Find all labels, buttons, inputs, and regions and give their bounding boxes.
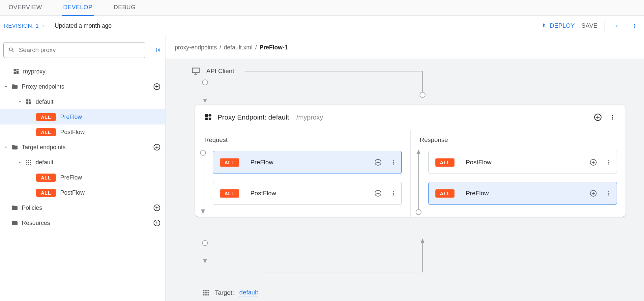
section-label: Policies bbox=[22, 205, 153, 211]
endpoint-path: /myproxy bbox=[296, 114, 323, 121]
request-preflow-box[interactable]: ALL PreFlow bbox=[213, 151, 402, 174]
revision-dropdown[interactable]: REVISION: 1 bbox=[4, 23, 45, 29]
target-link[interactable]: default bbox=[239, 289, 258, 296]
flow-more-button[interactable] bbox=[605, 190, 612, 197]
request-heading: Request bbox=[204, 136, 402, 144]
tree-section-resources[interactable]: Resources bbox=[0, 215, 165, 231]
tree-proxy-endpoint-default[interactable]: default bbox=[0, 94, 165, 109]
flow-name: PostFlow bbox=[466, 159, 491, 166]
tree-section-policies[interactable]: Policies bbox=[0, 200, 165, 215]
svg-rect-32 bbox=[208, 292, 209, 293]
svg-rect-33 bbox=[203, 294, 205, 295]
tab-overview[interactable]: OVERVIEW bbox=[8, 4, 43, 15]
response-pane: Response ALL PostFlow bbox=[410, 130, 626, 217]
endpoint-more-button[interactable] bbox=[609, 114, 616, 121]
expand-toggle[interactable] bbox=[1, 145, 11, 150]
flow-name: PreFlow bbox=[250, 159, 274, 166]
save-dropdown-button[interactable] bbox=[611, 20, 622, 32]
tree-section-proxy-endpoints[interactable]: Proxy endpoints bbox=[0, 79, 165, 94]
response-heading: Response bbox=[420, 136, 617, 144]
deploy-button[interactable]: DEPLOY bbox=[541, 22, 575, 29]
add-proxy-endpoint-button[interactable] bbox=[153, 83, 161, 90]
flow-label: PostFlow bbox=[60, 189, 162, 196]
badge-all: ALL bbox=[435, 189, 455, 198]
search-input[interactable] bbox=[18, 46, 140, 54]
expand-toggle[interactable] bbox=[15, 160, 24, 165]
sidebar: myproxy Proxy endpoints bbox=[0, 36, 165, 301]
more-vert-icon bbox=[609, 114, 616, 121]
tab-debug[interactable]: DEBUG bbox=[113, 4, 136, 15]
tree-flow-postflow-target[interactable]: ALL PostFlow bbox=[0, 185, 165, 200]
response-arrow bbox=[415, 150, 422, 215]
svg-rect-30 bbox=[203, 292, 205, 293]
breadcrumb-part[interactable]: proxy-endpoints bbox=[175, 44, 217, 51]
flow-label: PostFlow bbox=[60, 129, 162, 136]
flow-more-button[interactable] bbox=[390, 159, 397, 166]
add-step-button[interactable] bbox=[590, 190, 597, 197]
search-icon bbox=[8, 46, 15, 54]
dashboard-icon bbox=[12, 68, 20, 75]
svg-point-2 bbox=[30, 160, 31, 161]
svg-rect-35 bbox=[208, 294, 209, 295]
more-vert-icon bbox=[605, 190, 612, 197]
folder-icon bbox=[11, 220, 19, 226]
tree-section-target-endpoints[interactable]: Target endpoints bbox=[0, 140, 165, 155]
more-vert-icon bbox=[390, 159, 397, 166]
more-menu-button[interactable] bbox=[629, 20, 640, 32]
apps-icon bbox=[202, 289, 210, 296]
svg-rect-27 bbox=[203, 290, 205, 291]
expand-toggle[interactable] bbox=[1, 84, 11, 89]
endpoint-default-label: default bbox=[36, 159, 162, 166]
flow-more-button[interactable] bbox=[605, 159, 612, 166]
svg-rect-31 bbox=[205, 292, 207, 293]
add-step-button[interactable] bbox=[374, 159, 382, 166]
section-label: Proxy endpoints bbox=[22, 83, 153, 90]
search-input-wrapper[interactable] bbox=[3, 42, 145, 58]
tab-develop[interactable]: DEVELOP bbox=[63, 4, 93, 15]
tree-target-endpoint-default[interactable]: default bbox=[0, 155, 165, 170]
expand-toggle[interactable] bbox=[15, 99, 24, 104]
plus-circle-icon bbox=[590, 159, 597, 166]
breadcrumb-current: PreFlow-1 bbox=[259, 44, 288, 51]
flow-more-button[interactable] bbox=[390, 190, 397, 197]
tree-flow-postflow-proxy[interactable]: ALL PostFlow bbox=[0, 124, 165, 140]
plus-circle-icon bbox=[374, 190, 382, 197]
add-step-button[interactable] bbox=[590, 159, 597, 166]
svg-point-12 bbox=[420, 92, 425, 97]
svg-point-7 bbox=[28, 164, 29, 165]
svg-point-4 bbox=[28, 162, 29, 163]
endpoint-title: Proxy Endpoint: default bbox=[218, 113, 289, 121]
flow-name: PreFlow bbox=[466, 190, 489, 197]
add-step-button[interactable] bbox=[374, 190, 382, 197]
save-button[interactable]: SAVE bbox=[581, 22, 598, 29]
svg-point-0 bbox=[26, 160, 27, 161]
folder-icon bbox=[11, 83, 19, 90]
apps-icon bbox=[24, 159, 33, 166]
add-flow-button[interactable] bbox=[594, 113, 602, 121]
add-resource-button[interactable] bbox=[153, 219, 161, 227]
chevron-down-icon bbox=[614, 23, 619, 29]
svg-point-9 bbox=[202, 80, 208, 85]
plus-circle-icon bbox=[153, 219, 161, 227]
svg-marker-18 bbox=[417, 150, 421, 154]
add-target-endpoint-button[interactable] bbox=[153, 144, 161, 151]
response-preflow-box[interactable]: ALL PreFlow bbox=[428, 182, 617, 205]
chevron-down-icon bbox=[3, 145, 9, 150]
breadcrumb-part[interactable]: default.xml bbox=[224, 44, 252, 51]
monitor-icon bbox=[191, 67, 200, 76]
svg-point-21 bbox=[202, 240, 208, 246]
response-postflow-box[interactable]: ALL PostFlow bbox=[428, 151, 617, 174]
add-policy-button[interactable] bbox=[153, 204, 161, 211]
flow-name: PostFlow bbox=[250, 190, 276, 197]
widgets-icon bbox=[204, 113, 212, 121]
svg-marker-26 bbox=[421, 238, 424, 243]
svg-point-6 bbox=[26, 164, 27, 165]
request-postflow-box[interactable]: ALL PostFlow bbox=[213, 182, 402, 205]
tree-flow-preflow-target[interactable]: ALL PreFlow bbox=[0, 170, 165, 185]
svg-point-20 bbox=[416, 209, 421, 215]
collapse-sidebar-button[interactable] bbox=[154, 46, 162, 54]
tree-proxy-root[interactable]: myproxy bbox=[0, 64, 165, 79]
revision-label: REVISION: 1 bbox=[4, 23, 39, 29]
section-label: Target endpoints bbox=[22, 144, 153, 151]
tree-flow-preflow-proxy[interactable]: ALL PreFlow bbox=[0, 109, 165, 124]
